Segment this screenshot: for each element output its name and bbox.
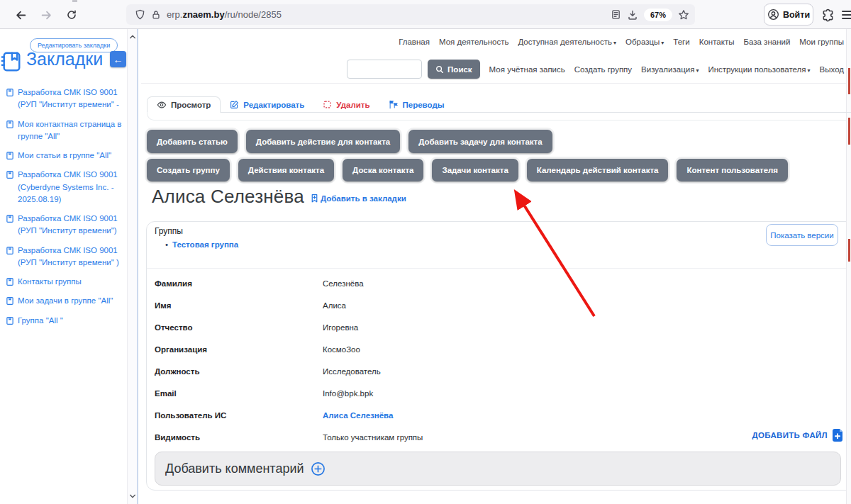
bookmark-item[interactable]: Группа "All " xyxy=(6,315,125,327)
create-group-button[interactable]: Создать группу xyxy=(147,159,230,181)
add-to-bookmarks-link[interactable]: Добавить в закладки xyxy=(310,194,406,203)
search-button[interactable]: Поиск xyxy=(428,60,480,79)
menu-item-user-instructions[interactable]: Инструкции пользователя▾ xyxy=(708,65,810,74)
lock-icon[interactable] xyxy=(151,10,161,20)
tab-delete[interactable]: Удалить xyxy=(313,96,379,113)
left-arrow-icon: ← xyxy=(113,54,123,65)
bookmark-item[interactable]: Контакты группы xyxy=(6,276,125,288)
field-row-is-user: Пользователь ИСАлиса Селезнёва xyxy=(155,404,835,426)
contact-actions-button[interactable]: Действия контакта xyxy=(238,159,334,181)
shield-icon[interactable] xyxy=(135,9,145,20)
add-comment-bar[interactable]: Добавить комментарий xyxy=(155,452,841,486)
bookmark-item[interactable]: Мои статьи в группе "All" xyxy=(6,150,125,162)
menu-item-logout[interactable]: Выход xyxy=(820,65,844,74)
bookmark-item[interactable]: Разработка СМК ISO 9001 (Cyberdyne Syste… xyxy=(6,169,125,206)
refresh-button[interactable] xyxy=(63,6,80,23)
bookmark-item[interactable]: Разработка СМК ISO 9001 (РУП "Институт в… xyxy=(6,245,125,269)
field-row-email: EmailInfo@bpk.bpk xyxy=(155,382,835,404)
menu-item-dostupnaya-deyatelnost[interactable]: Доступная деятельность▾ xyxy=(518,38,616,46)
tab-strip-remnant xyxy=(72,0,77,2)
add-comment-label: Добавить комментарий xyxy=(165,461,304,476)
download-icon[interactable] xyxy=(627,9,638,21)
main-menu: Главная Моя деятельность Доступная деяте… xyxy=(141,38,844,46)
pencil-square-icon xyxy=(230,100,239,109)
menu-item-create-group[interactable]: Создать группу xyxy=(574,65,632,74)
field-row-organization: ОрганизацияКосмоЗоо xyxy=(155,338,835,360)
menu-item-moi-gruppy[interactable]: Мои группы xyxy=(799,38,844,46)
scrollbar-red-mark xyxy=(848,239,850,262)
user-content-button[interactable]: Контент пользователя xyxy=(677,159,788,181)
add-contact-action-button[interactable]: Добавить действие для контакта xyxy=(246,130,400,153)
collapse-sidebar-button[interactable]: ← xyxy=(110,51,126,67)
tab-view[interactable]: Просмотр xyxy=(147,96,221,113)
menu-item-baza-znaniy[interactable]: База знаний xyxy=(743,38,790,46)
bookmarks-sidebar: Редактировать закладки Закладки ← Разраб… xyxy=(0,29,126,504)
field-row-firstname: ИмяАлиса xyxy=(155,294,835,316)
bookmark-page-icon xyxy=(6,296,14,306)
bookmark-item[interactable]: Мои задачи в группе "All" xyxy=(6,295,125,307)
bookmark-page-icon xyxy=(6,120,14,129)
bookmark-page-icon xyxy=(6,316,14,325)
back-button[interactable] xyxy=(12,6,29,23)
url-path: /ru/node/2855 xyxy=(225,9,282,20)
flags-icon xyxy=(389,100,399,109)
bookmark-item[interactable]: Разработка СМК ISO 9001 (РУП "Институт в… xyxy=(6,86,125,111)
login-label: Войти xyxy=(783,10,810,20)
menu-item-account[interactable]: Моя учётная запись xyxy=(489,65,565,74)
actions-row-1: Добавить статью Добавить действие для ко… xyxy=(147,130,552,153)
bookmark-page-icon xyxy=(6,170,14,179)
file-plus-icon xyxy=(831,428,844,442)
forward-icon xyxy=(40,9,52,21)
contact-tasks-button[interactable]: Задачи контакта xyxy=(432,159,518,181)
bookmark-star-icon[interactable] xyxy=(678,9,689,21)
contact-board-button[interactable]: Доска контакта xyxy=(343,159,423,181)
bookmark-page-icon xyxy=(6,88,14,97)
zoom-level-badge[interactable]: 67% xyxy=(644,9,672,21)
screen: erp.znaem.by/ru/node/2855 67% Войти Реда xyxy=(0,0,851,504)
tab-edit[interactable]: Редактировать xyxy=(221,96,313,113)
reader-mode-icon[interactable] xyxy=(611,9,621,20)
menu-item-kontakty[interactable]: Контакты xyxy=(699,38,735,46)
bookmark-item[interactable]: Моя контактная страница в группе "All" xyxy=(6,118,125,143)
is-user-link[interactable]: Алиса Селезнёва xyxy=(323,411,393,420)
url-bar[interactable]: erp.znaem.by/ru/node/2855 67% xyxy=(126,4,695,25)
page-scrollbar[interactable] xyxy=(846,29,851,504)
url-prefix: erp. xyxy=(167,9,182,20)
scroll-up-icon[interactable] xyxy=(128,32,137,42)
tab-translations[interactable]: Переводы xyxy=(379,96,454,113)
bookmark-item[interactable]: Разработка СМК ISO 9001 (РУП "Институт в… xyxy=(6,213,125,237)
scrollbar-red-mark xyxy=(848,68,850,94)
menu-item-moya-deyatelnost[interactable]: Моя деятельность xyxy=(439,38,508,46)
search-input[interactable] xyxy=(347,60,422,79)
bookmark-add-icon xyxy=(310,194,319,203)
show-versions-button[interactable]: Показать версии xyxy=(766,224,838,246)
back-icon xyxy=(15,9,27,21)
scroll-down-icon[interactable] xyxy=(128,491,137,501)
login-button[interactable]: Войти xyxy=(764,4,813,26)
bookmarks-book-icon xyxy=(1,51,22,72)
add-contact-task-button[interactable]: Добавить задачу для контакта xyxy=(408,130,552,153)
chevron-down-icon: ▾ xyxy=(808,67,811,74)
forward-button[interactable] xyxy=(38,6,55,23)
contact-actions-calendar-button[interactable]: Календарь действий контакта xyxy=(527,159,669,181)
node-tabs: Просмотр Редактировать Удалить Переводы xyxy=(147,96,454,113)
eye-icon xyxy=(157,100,167,110)
sidebar-scrollbar[interactable] xyxy=(127,29,137,504)
user-menu: Поиск Моя учётная запись Создать группу … xyxy=(141,60,844,79)
menu-button[interactable] xyxy=(842,9,851,21)
puzzle-icon xyxy=(821,9,835,22)
extensions-button[interactable] xyxy=(819,6,836,23)
menu-item-tegi[interactable]: Теги xyxy=(673,38,689,46)
nav-divider xyxy=(141,83,851,84)
add-file-link[interactable]: ДОБАВИТЬ ФАЙЛ xyxy=(702,428,844,442)
page-title: Алиса Селезнёва xyxy=(152,186,304,208)
menu-item-visualization[interactable]: Визуализация▾ xyxy=(641,65,699,74)
refresh-icon xyxy=(66,9,77,21)
group-link-testovaya-gruppa[interactable]: •Тестовая группа xyxy=(165,240,238,249)
browser-toolbar: erp.znaem.by/ru/node/2855 67% Войти xyxy=(0,0,851,29)
menu-item-obraztsy[interactable]: Образцы▾ xyxy=(625,38,664,46)
actions-row-2: Создать группу Действия контакта Доска к… xyxy=(147,159,788,181)
add-article-button[interactable]: Добавить статью xyxy=(147,130,238,153)
menu-item-glavnaya[interactable]: Главная xyxy=(399,38,430,46)
account-avatar-icon xyxy=(767,9,779,21)
